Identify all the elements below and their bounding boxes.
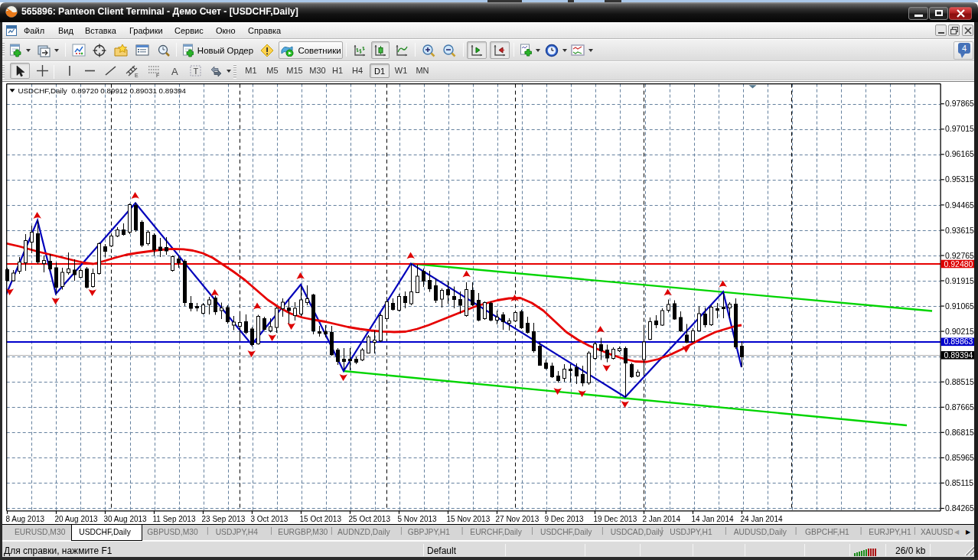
svg-text:T: T [193, 67, 198, 76]
svg-text:0.95315: 0.95315 [945, 174, 974, 184]
svg-text:0.84265: 0.84265 [945, 503, 974, 513]
svg-text:0.89394: 0.89394 [944, 350, 973, 360]
svg-text:0.94465: 0.94465 [945, 200, 974, 210]
svg-text:25 Oct 2013: 25 Oct 2013 [349, 515, 391, 523]
svg-text:23 Sep 2013: 23 Sep 2013 [202, 515, 246, 523]
svg-text:F: F [156, 73, 159, 78]
svg-text:E: E [135, 73, 139, 78]
svg-text:0.96165: 0.96165 [945, 149, 974, 158]
svg-text:8 Aug 2013: 8 Aug 2013 [6, 515, 45, 523]
svg-text:USDCHF,Daily 0.89720 0.89912: USDCHF,Daily 0.89720 0.89912 0.89031 0.8… [18, 86, 187, 95]
svg-text:30 Aug 2013: 30 Aug 2013 [104, 515, 148, 523]
svg-text:3 Oct 2013: 3 Oct 2013 [251, 515, 289, 523]
svg-text:15 Oct 2013: 15 Oct 2013 [300, 515, 342, 523]
svg-text:9 Dec 2013: 9 Dec 2013 [545, 515, 585, 523]
svg-text:0.86815: 0.86815 [945, 428, 974, 437]
svg-text:0.97015: 0.97015 [945, 124, 974, 133]
svg-text:2 Jan 2014: 2 Jan 2014 [643, 515, 681, 523]
svg-text:0.85115: 0.85115 [945, 478, 973, 487]
svg-text:14 Jan 2014: 14 Jan 2014 [692, 515, 734, 523]
svg-text:0.93615: 0.93615 [945, 226, 974, 235]
svg-text:0.85965: 0.85965 [945, 453, 974, 462]
svg-text:0.88515: 0.88515 [945, 377, 974, 386]
svg-text:0.91915: 0.91915 [945, 276, 974, 285]
svg-text:0.90215: 0.90215 [945, 327, 974, 336]
svg-text:15 Nov 2013: 15 Nov 2013 [447, 515, 491, 523]
svg-text:11 Sep 2013: 11 Sep 2013 [153, 515, 196, 523]
svg-text:0.92480: 0.92480 [944, 259, 973, 269]
svg-text:27 Nov 2013: 27 Nov 2013 [496, 515, 540, 523]
svg-text:19 Dec 2013: 19 Dec 2013 [594, 515, 637, 523]
svg-text:0.91065: 0.91065 [945, 301, 974, 311]
svg-text:0.89863: 0.89863 [944, 337, 973, 346]
svg-text:A: A [171, 66, 178, 77]
svg-text:20 Aug 2013: 20 Aug 2013 [55, 515, 99, 523]
svg-text:5 Nov 2013: 5 Nov 2013 [398, 515, 438, 523]
svg-text:24 Jan 2014: 24 Jan 2014 [741, 515, 783, 523]
svg-text:0.87665: 0.87665 [945, 402, 974, 412]
svg-text:0.97865: 0.97865 [945, 99, 974, 108]
